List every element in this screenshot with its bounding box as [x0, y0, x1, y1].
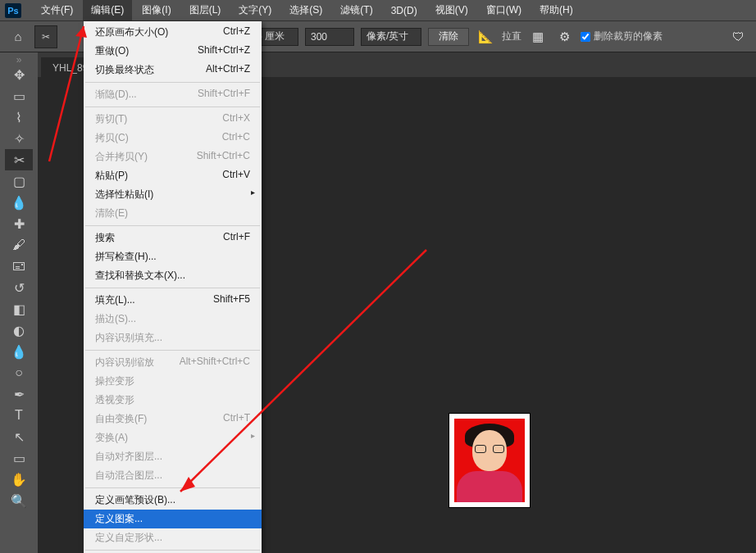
menu-item[interactable]: 填充(L)...Shift+F5	[84, 291, 262, 310]
toolbox: » ✥ ▭ ⌇ ✧ ✂ ▢ 💧 ✚ 🖌 🖃 ↺ ◧ ◐ 💧 ○ ✒ T ↖ ▭ …	[0, 52, 38, 553]
magic-wand-tool[interactable]: ✧	[5, 128, 33, 149]
straighten-label: 拉直	[502, 29, 521, 43]
menu-item-shortcut: Ctrl+F	[223, 231, 250, 245]
menu-separator	[85, 350, 260, 351]
menu-item-label: 切换最终状态	[95, 63, 154, 77]
menu-item[interactable]: 粘贴(P)Ctrl+V	[84, 166, 262, 185]
menu-item-label: 搜索	[95, 231, 115, 245]
menu-item-shortcut: Ctrl+Z	[223, 25, 250, 39]
crop-dpi-input[interactable]	[305, 28, 354, 46]
menu-item-label: 重做(O)	[95, 44, 129, 58]
canvas-image[interactable]	[449, 414, 530, 507]
menu-item-label: 自由变换(F)	[95, 412, 147, 426]
menu-item: 自动对齐图层...	[84, 447, 262, 466]
history-brush-tool[interactable]: ↺	[5, 277, 33, 298]
menu-window[interactable]: 窗口(W)	[478, 0, 530, 20]
menu-item-label: 自动混合图层...	[95, 469, 162, 483]
menu-item-shortcut: Ctrl+X	[222, 112, 250, 126]
menu-separator	[85, 550, 260, 551]
menu-item[interactable]: 还原画布大小(O)Ctrl+Z	[84, 23, 262, 42]
hand-tool[interactable]: ✋	[5, 469, 33, 490]
marquee-tool[interactable]: ▭	[5, 85, 33, 107]
menu-separator	[85, 82, 260, 83]
frame-tool[interactable]: ▢	[5, 170, 33, 192]
menu-item-shortcut: Ctrl+T	[223, 412, 250, 426]
straighten-icon[interactable]: 📐	[476, 27, 495, 47]
menu-item-shortcut: Shift+Ctrl+C	[197, 150, 250, 164]
menu-filter[interactable]: 滤镜(T)	[332, 0, 380, 20]
menu-image[interactable]: 图像(I)	[134, 0, 179, 20]
menu-item: 变换(A)	[84, 428, 262, 447]
menu-layer[interactable]: 图层(L)	[181, 0, 230, 20]
path-select-tool[interactable]: ↖	[5, 426, 33, 447]
pen-tool[interactable]: ✒	[5, 383, 33, 405]
lasso-tool[interactable]: ⌇	[5, 107, 33, 128]
menu-item-shortcut: Shift+Ctrl+F	[198, 88, 250, 102]
clear-button[interactable]: 清除	[428, 28, 469, 46]
crop-unit-select[interactable]: 像素/英寸	[361, 28, 421, 46]
menu-item[interactable]: 拼写检查(H)...	[84, 247, 262, 266]
delete-crop-label: 删除裁剪的像素	[594, 29, 663, 43]
menu-item: 操控变形	[84, 372, 262, 391]
menu-item-label: 定义画笔预设(B)...	[95, 493, 175, 507]
grid-icon[interactable]: ▦	[528, 27, 548, 47]
gradient-tool[interactable]: ◐	[5, 320, 33, 341]
move-tool[interactable]: ✥	[5, 64, 33, 85]
eraser-tool[interactable]: ◧	[5, 298, 33, 320]
menu-item-label: 剪切(T)	[95, 112, 127, 126]
menu-item: 自动混合图层...	[84, 466, 262, 485]
menu-item[interactable]: 重做(O)Shift+Ctrl+Z	[84, 42, 262, 61]
menu-bar: Ps 文件(F) 编辑(E) 图像(I) 图层(L) 文字(Y) 选择(S) 滤…	[0, 0, 756, 21]
menu-item: 渐隐(D)...Shift+Ctrl+F	[84, 85, 262, 104]
menu-item: 拷贝(C)Ctrl+C	[84, 129, 262, 147]
menu-item[interactable]: 定义画笔预设(B)...	[84, 491, 262, 510]
shield-icon[interactable]: 🛡	[728, 27, 748, 47]
current-tool-icon[interactable]: ✂	[34, 25, 57, 48]
menu-item-label: 自动对齐图层...	[95, 450, 162, 464]
menu-item-shortcut: Ctrl+C	[222, 131, 250, 145]
menu-item-shortcut: Alt+Ctrl+Z	[206, 63, 250, 77]
menu-item[interactable]: 搜索Ctrl+F	[84, 229, 262, 247]
menu-item-label: 粘贴(P)	[95, 169, 128, 183]
menu-help[interactable]: 帮助(H)	[531, 0, 581, 20]
gear-icon[interactable]: ⚙	[554, 27, 574, 47]
delete-crop-checkbox[interactable]: 删除裁剪的像素	[581, 29, 663, 43]
menu-item-label: 拼写检查(H)...	[95, 250, 157, 264]
menu-item-label: 渐隐(D)...	[95, 88, 137, 102]
menu-edit[interactable]: 编辑(E)	[83, 0, 132, 20]
toolbox-collapse-icon[interactable]: »	[0, 56, 38, 64]
healing-tool[interactable]: ✚	[5, 213, 33, 234]
menu-item[interactable]: 切换最终状态Alt+Ctrl+Z	[84, 61, 262, 79]
menu-item: 描边(S)...	[84, 310, 262, 329]
menu-item[interactable]: 选择性粘贴(I)	[84, 185, 262, 204]
brush-tool[interactable]: 🖌	[5, 234, 33, 256]
type-tool[interactable]: T	[5, 405, 33, 426]
menu-separator	[85, 487, 260, 488]
menu-item[interactable]: 查找和替换文本(X)...	[84, 266, 262, 285]
stamp-tool[interactable]: 🖃	[5, 256, 33, 277]
menu-item-label: 内容识别缩放	[95, 356, 154, 369]
menu-type[interactable]: 文字(Y)	[230, 0, 280, 20]
menu-view[interactable]: 视图(V)	[427, 0, 476, 20]
menu-item-label: 透视变形	[95, 393, 134, 407]
zoom-tool[interactable]: 🔍	[5, 490, 33, 511]
app-logo: Ps	[5, 3, 21, 18]
menu-separator	[85, 107, 260, 107]
menu-3d[interactable]: 3D(D)	[383, 2, 426, 20]
menu-item-shortcut: Shift+Ctrl+Z	[198, 44, 250, 58]
menu-item-shortcut: Ctrl+V	[222, 169, 250, 183]
menu-item-label: 清除(E)	[95, 206, 128, 220]
menu-item-label: 填充(L)...	[95, 293, 135, 307]
dodge-tool[interactable]: ○	[5, 362, 33, 383]
menu-separator	[85, 288, 260, 288]
home-icon[interactable]: ⌂	[8, 27, 28, 47]
menu-item[interactable]: 定义图案...	[84, 510, 262, 528]
blur-tool[interactable]: 💧	[5, 341, 33, 362]
menu-item-label: 合并拷贝(Y)	[95, 150, 148, 164]
rectangle-tool[interactable]: ▭	[5, 447, 33, 469]
menu-select[interactable]: 选择(S)	[281, 0, 330, 20]
crop-tool[interactable]: ✂	[5, 149, 33, 170]
menu-file[interactable]: 文件(F)	[33, 0, 81, 20]
menu-item-label: 查找和替换文本(X)...	[95, 269, 185, 283]
eyedropper-tool[interactable]: 💧	[5, 192, 33, 213]
